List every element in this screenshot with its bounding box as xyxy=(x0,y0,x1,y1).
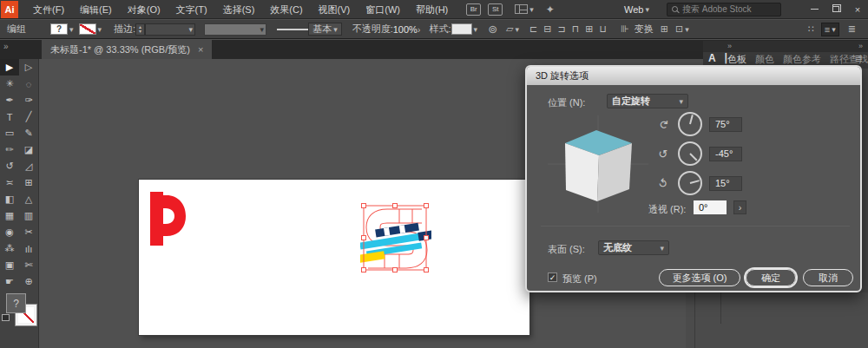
selection-handle[interactable] xyxy=(393,268,398,272)
close-button[interactable]: × xyxy=(850,3,865,16)
chevron-down-icon[interactable]: ▾ xyxy=(529,5,534,14)
menu-h[interactable]: 帮助(H) xyxy=(408,0,456,19)
rotate-x-value[interactable]: 75° xyxy=(709,117,742,132)
align-v-center-icon[interactable]: ⊞ xyxy=(585,23,593,35)
expand-icon[interactable]: ⊞ xyxy=(661,23,668,35)
stock-search-input[interactable]: 搜索 Adobe Stock xyxy=(667,3,781,16)
type-tool[interactable]: T xyxy=(0,108,19,125)
rotate-tool[interactable]: ↺ xyxy=(0,158,19,174)
selection-tool[interactable]: ▶ xyxy=(0,59,19,76)
scale-tool[interactable]: ◿ xyxy=(19,158,38,174)
align-left-icon[interactable]: ⊏ xyxy=(529,23,537,35)
mesh-tool[interactable]: ▦ xyxy=(0,207,19,224)
rectangle-tool[interactable]: ▭ xyxy=(0,125,19,141)
list-options-icon[interactable]: ≣ xyxy=(848,23,856,35)
rotate-z-value[interactable]: 15° xyxy=(709,176,742,191)
sync-icon[interactable]: ✦ xyxy=(546,3,555,16)
workspace-switcher[interactable]: Web ▾ xyxy=(624,4,649,15)
document-setup-globe-icon[interactable]: ⊚ xyxy=(488,23,497,36)
menu-t[interactable]: 文字(T) xyxy=(168,0,215,19)
rotate-x-dial[interactable] xyxy=(678,112,702,136)
opacity-value[interactable]: 100% xyxy=(393,24,418,35)
default-fill-stroke-icon[interactable] xyxy=(2,314,10,321)
arrange-dropdown[interactable]: ⊡▾ xyxy=(675,23,689,35)
perspective-value[interactable]: 0° xyxy=(694,200,727,214)
transform-link[interactable]: 变换 xyxy=(635,23,654,36)
direct-selection-tool[interactable]: ▷ xyxy=(19,59,38,76)
opacity-more-icon[interactable]: › xyxy=(418,24,421,35)
paintbrush-tool[interactable]: ✎ xyxy=(19,125,38,141)
align-h-center-icon[interactable]: ⊟ xyxy=(543,23,551,35)
magic-wand-tool[interactable]: ✳ xyxy=(0,76,19,92)
ok-button[interactable]: 确定 xyxy=(746,269,796,286)
perspective-more-button[interactable]: › xyxy=(733,200,746,214)
app-logo[interactable]: Ai xyxy=(1,1,18,18)
stroke-weight-dropdown[interactable]: ▾ xyxy=(145,23,195,36)
fill-swatch[interactable]: ? xyxy=(50,23,68,35)
bridge-icon[interactable]: Br xyxy=(466,3,481,16)
panel-menu-icon[interactable]: ≣ xyxy=(855,53,863,64)
selection-handle[interactable] xyxy=(362,236,366,240)
selection-handle[interactable] xyxy=(393,204,398,208)
menu-s[interactable]: 选择(S) xyxy=(215,0,263,19)
style-dropdown[interactable]: ▾ xyxy=(451,23,478,35)
eyedropper-tool[interactable]: ◉ xyxy=(0,224,19,240)
menu-c[interactable]: 效果(C) xyxy=(262,0,310,19)
scissors-tool[interactable]: ✂ xyxy=(19,224,38,240)
stroke-color-control[interactable]: ▾ xyxy=(79,23,102,35)
dialog-title[interactable]: 3D 旋转选项 xyxy=(527,67,860,85)
column-graph-tool[interactable]: ılı xyxy=(19,240,38,257)
artboard-tool[interactable]: ▣ xyxy=(0,257,19,273)
distribute-icon[interactable]: ⊪ xyxy=(621,23,629,35)
track-cube[interactable] xyxy=(548,115,648,213)
arrange-documents-icon[interactable] xyxy=(515,4,528,14)
minimize-button[interactable] xyxy=(806,3,822,16)
rotate-z-dial[interactable] xyxy=(678,171,702,195)
selection-handle[interactable] xyxy=(362,204,366,208)
pencil-tool[interactable]: ✏ xyxy=(0,141,19,158)
panel-tab-0[interactable]: 色板 xyxy=(727,53,746,66)
restore-button[interactable] xyxy=(828,3,844,16)
menu-v[interactable]: 视图(V) xyxy=(311,0,358,19)
dock-collapse-icon[interactable]: » xyxy=(858,42,863,50)
collapsed-panel-icon[interactable]: A⎹ xyxy=(708,52,727,64)
line-segment-tool[interactable]: ╱ xyxy=(19,108,38,125)
slice-tool[interactable]: ✄ xyxy=(19,257,38,273)
document-tab[interactable]: 未标题-1* @ 33.33% (RGB/预览) × xyxy=(42,40,212,59)
hand-tool[interactable]: ☛ xyxy=(0,273,19,290)
selection-handle[interactable] xyxy=(362,268,366,272)
shape-options[interactable]: ▱▾ xyxy=(506,23,519,35)
menu-f[interactable]: 文件(F) xyxy=(25,0,72,19)
menu-e[interactable]: 编辑(E) xyxy=(72,0,120,19)
perspective-grid-tool[interactable]: △ xyxy=(19,191,38,207)
preview-checkbox[interactable]: ✓ xyxy=(548,272,557,282)
selection-handle[interactable] xyxy=(424,236,429,240)
stock-icon[interactable]: St xyxy=(488,3,503,16)
eraser-tool[interactable]: ◪ xyxy=(19,141,38,158)
artboard[interactable] xyxy=(139,180,529,335)
tab-close-icon[interactable]: × xyxy=(198,44,203,55)
lasso-tool[interactable]: ◌ xyxy=(19,76,38,92)
fill-color-control[interactable]: ? ▾ xyxy=(50,23,74,35)
isolate-icon[interactable]: ∷ xyxy=(808,23,814,35)
brush-definition-dropdown[interactable]: ▾ xyxy=(204,23,266,36)
position-dropdown[interactable]: 自定旋转▾ xyxy=(607,94,688,108)
stroke-weight-stepper[interactable]: ▴▾ xyxy=(135,23,145,36)
symbol-sprayer-tool[interactable]: ⁂ xyxy=(0,240,19,257)
width-tool[interactable]: ≍ xyxy=(0,174,19,191)
free-transform-tool[interactable]: ⊞ xyxy=(19,174,38,191)
letter-p-artwork[interactable] xyxy=(148,190,187,247)
align-right-icon[interactable]: ⊐ xyxy=(557,23,565,35)
align-bottom-icon[interactable]: ⊔ xyxy=(600,23,608,35)
more-options-button[interactable]: 更多选项 (O) xyxy=(659,269,740,286)
align-top-icon[interactable]: ⊓ xyxy=(572,23,580,35)
gradient-tool[interactable]: ▥ xyxy=(19,207,38,224)
brush-basic-dropdown[interactable]: 基本 ▾ xyxy=(308,23,342,36)
surface-dropdown[interactable]: 无底纹▾ xyxy=(598,240,669,255)
shape-builder-tool[interactable]: ◧ xyxy=(0,191,19,207)
fill-indicator[interactable]: ? xyxy=(6,293,26,313)
panel-tab-1[interactable]: 颜色 xyxy=(755,53,774,66)
selection-handle[interactable] xyxy=(424,204,429,208)
zoom-tool[interactable]: ⊕ xyxy=(19,273,38,290)
panel-toggle[interactable]: ≡▾ xyxy=(821,23,839,36)
